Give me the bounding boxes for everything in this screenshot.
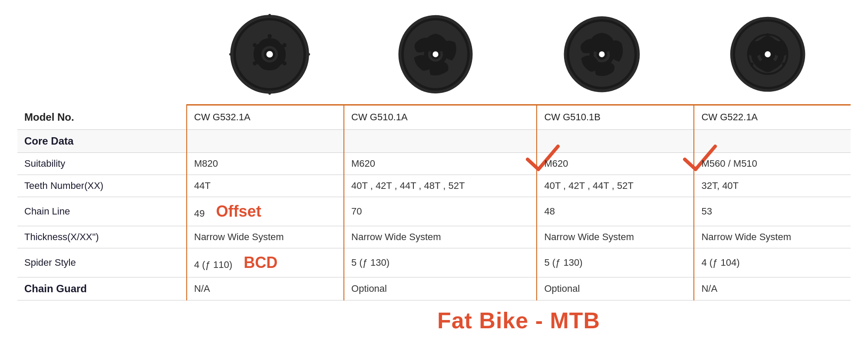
suitability-row: Suitability M820 M620 M620 M560 / M510 [17, 152, 851, 175]
teeth-col2: 40T , 42T , 44T , 48T , 52T [344, 175, 537, 197]
model-no-col4: CW G522.1A [694, 105, 851, 130]
core-data-label: Core Data [17, 129, 187, 152]
thickness-row: Thickness(X/XX") Narrow Wide System Narr… [17, 226, 851, 248]
suitability-col3: M620 [537, 152, 694, 175]
product-image-1 [187, 9, 353, 100]
chain-line-col1: 49 Offset [187, 197, 344, 226]
svg-point-11 [253, 43, 257, 47]
spider-col3: 5 (ƒ 130) [537, 248, 694, 277]
suitability-col2: M620 [344, 152, 537, 175]
svg-point-9 [283, 61, 287, 66]
image-label-spacer [17, 9, 187, 100]
svg-point-6 [267, 51, 273, 57]
thickness-col3: Narrow Wide System [537, 226, 694, 248]
chain-guard-label: Chain Guard [17, 277, 187, 300]
chain-guard-row: Chain Guard N/A Optional Optional N/A [17, 277, 851, 300]
suitability-col1: M820 [187, 152, 344, 175]
svg-point-39 [765, 51, 771, 57]
svg-point-8 [283, 43, 287, 47]
spider-row: Spider Style 4 (ƒ 110) BCD 5 (ƒ 130) 5 (… [17, 248, 851, 277]
svg-point-15 [308, 53, 310, 56]
model-no-label: Model No. [17, 105, 187, 130]
svg-point-12 [268, 14, 271, 16]
teeth-label: Teeth Number(XX) [17, 175, 187, 197]
svg-point-22 [433, 51, 439, 57]
spec-table: Model No. CW G532.1A CW G510.1A CW G510.… [17, 104, 851, 300]
teeth-row: Teeth Number(XX) 44T 40T , 42T , 44T , 4… [17, 175, 851, 197]
teeth-col1: 44T [187, 175, 344, 197]
model-no-col1: CW G532.1A [187, 105, 344, 130]
chain-line-label: Chain Line [17, 197, 187, 226]
model-no-col2: CW G510.1A [344, 105, 537, 130]
svg-point-44 [750, 43, 753, 46]
chain-line-col3: 48 [537, 197, 694, 226]
core-data-col4 [694, 129, 851, 152]
chain-line-row: Chain Line 49 Offset 70 48 53 [17, 197, 851, 226]
svg-point-42 [782, 63, 785, 66]
chain-guard-col1: N/A [187, 277, 344, 300]
teeth-col4: 32T, 40T [694, 175, 851, 197]
chain-guard-col3: Optional [537, 277, 694, 300]
product-image-4 [685, 9, 851, 100]
core-data-row: Core Data [17, 129, 851, 152]
core-data-col3 [537, 129, 694, 152]
page-container: Model No. CW G532.1A CW G510.1A CW G510.… [0, 0, 868, 346]
svg-point-14 [229, 53, 232, 56]
model-no-col3: CW G510.1B [537, 105, 694, 130]
chain-guard-col4: N/A [694, 277, 851, 300]
core-data-col2 [344, 129, 537, 152]
offset-annotation: Offset [216, 202, 261, 220]
spider-col2: 5 (ƒ 130) [344, 248, 537, 277]
svg-point-10 [253, 61, 257, 66]
core-data-col1 [187, 129, 344, 152]
spider-col1: 4 (ƒ 110) BCD [187, 248, 344, 277]
model-no-row: Model No. CW G532.1A CW G510.1A CW G510.… [17, 105, 851, 130]
footer-text: Fat Bike - MTB [437, 307, 600, 333]
svg-point-13 [268, 92, 271, 95]
chain-guard-col2: Optional [344, 277, 537, 300]
bcd-annotation: BCD [244, 254, 277, 271]
image-row [17, 9, 851, 100]
product-image-2 [353, 9, 518, 100]
spider-label: Spider Style [17, 248, 187, 277]
suitability-label: Suitability [17, 152, 187, 175]
thickness-label: Thickness(X/XX") [17, 226, 187, 248]
suitability-col4: M560 / M510 [694, 152, 851, 175]
thickness-col4: Narrow Wide System [694, 226, 851, 248]
teeth-col3: 40T , 42T , 44T , 52T [537, 175, 694, 197]
svg-point-41 [782, 43, 785, 46]
chain-line-col2: 70 [344, 197, 537, 226]
spider-col4: 4 (ƒ 104) [694, 248, 851, 277]
chain-line-col4: 53 [694, 197, 851, 226]
product-image-3 [519, 9, 685, 100]
thickness-col2: Narrow Wide System [344, 226, 537, 248]
footer-label-container: Fat Bike - MTB [187, 300, 851, 338]
svg-point-7 [267, 34, 272, 38]
svg-point-43 [750, 63, 753, 66]
svg-point-40 [766, 33, 769, 36]
thickness-col1: Narrow Wide System [187, 226, 344, 248]
svg-point-29 [599, 51, 604, 57]
